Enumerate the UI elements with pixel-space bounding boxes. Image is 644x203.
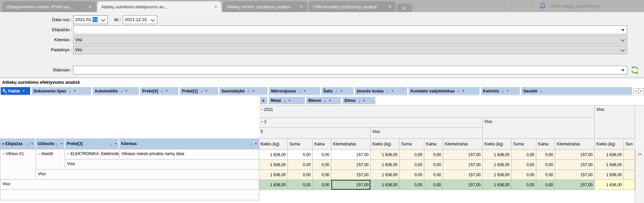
pivot-cell[interactable] [624, 180, 635, 190]
field-chip-kontakto-vadybininkas[interactable]: Kontakto vadybininkas↓▼ [409, 87, 480, 95]
tab-crm-kontaktu[interactable]: CRM kontaktų (užduočių) analizė ✕ [309, 1, 396, 12]
pivot-cell[interactable]: 0,00 [288, 150, 313, 160]
pivot-cell[interactable]: 0,00 [512, 170, 536, 180]
pivot-cell[interactable]: 1 636,00 [483, 170, 512, 180]
pivot-cell[interactable]: 0,00 [424, 180, 443, 190]
prev-tab-icon[interactable]: ‹ [513, 0, 523, 12]
field-chip-metai[interactable]: Metai↓▼ [269, 97, 305, 104]
field-chip-automobilis[interactable]: Automobilis↓▼ [93, 87, 139, 95]
field-chip-ekipazas[interactable]: » Ekipažas↓▼ [0, 138, 36, 149]
field-chip-klientas[interactable]: Klientas↓▼ [119, 138, 259, 149]
pivot-cell[interactable]: 1 636,00 [371, 180, 399, 190]
scroll-up-icon[interactable] [638, 153, 642, 157]
pivot-cell[interactable] [624, 170, 635, 180]
scroll-right-button[interactable]: ▸ [639, 88, 644, 94]
field-chip-diena[interactable]: Diena↓▼ [342, 97, 375, 104]
field-chip-ketvirtis[interactable]: Ketvirtis↓▼ [481, 87, 520, 95]
statusas-combo[interactable] [73, 66, 627, 74]
tab-atlieku-vezimo[interactable]: Atliekų vežimo užsakymų analizė ✕ [223, 1, 307, 12]
new-tab-button[interactable]: + [397, 3, 412, 12]
pivot-cell[interactable]: 0,00 [536, 160, 555, 170]
pivot-cell[interactable] [624, 150, 635, 160]
field-chip-savaite[interactable]: Savaitė↓ [521, 87, 632, 95]
date-to-input[interactable]: 2021-12-31 [123, 15, 157, 24]
pivot-cell[interactable]: 0,00 [313, 150, 331, 160]
pivot-cell[interactable]: 0,00 [536, 150, 555, 160]
pivot-cell[interactable]: 1 636,00 [595, 150, 624, 160]
pivot-cell[interactable]: 1 636,00 [483, 160, 512, 170]
field-chip-salis[interactable]: Šalis↓▼ [321, 87, 354, 95]
scroll-left-button[interactable]: ◂ [633, 88, 638, 94]
pivot-col-header-year[interactable]: − 2021 [259, 106, 595, 118]
pivot-cell[interactable]: 0,00 [313, 170, 331, 180]
close-icon[interactable]: ✕ [300, 4, 303, 9]
pivot-cell[interactable]: 0,00 [424, 150, 443, 160]
pivot-cell[interactable]: 0,00 [313, 160, 331, 170]
pivot-cell[interactable]: 0,00 [288, 180, 313, 190]
pivot-row-header-preke[interactable]: − ELEKTRONIKA: Elektronika [65, 149, 119, 159]
pivot-col-header-month[interactable]: − 2 [259, 118, 483, 128]
pivot-cell[interactable]: 1 636,00 [371, 150, 399, 160]
pivot-cell[interactable]: 157,00 [331, 160, 371, 170]
pivot-cell[interactable]: 1 636,00 [595, 170, 624, 180]
klientas-combo[interactable]: Visi [73, 36, 627, 44]
close-icon[interactable]: ✕ [214, 4, 217, 9]
close-icon[interactable]: ✕ [388, 4, 392, 9]
field-chip-imones-kodas[interactable]: Įmonės kodas↓▼ [355, 87, 407, 95]
field-chip-savivaldybe[interactable]: Savivaldybė↓▼ [219, 87, 268, 95]
bell-icon[interactable] [539, 2, 547, 10]
pivot-cell[interactable]: 157,00 [555, 180, 595, 190]
collapse-all-icon[interactable]: » [260, 97, 267, 104]
facts-field-chip[interactable]: 90 Faktai ▼ [1, 87, 30, 95]
refresh-button[interactable] [630, 65, 640, 75]
pivot-cell[interactable]: 157,00 [331, 150, 371, 160]
pivot-cell[interactable]: 0,00 [424, 160, 443, 170]
pivot-cell[interactable]: 1 636,00 [595, 160, 624, 170]
pivot-cell[interactable]: 157,00 [443, 180, 483, 190]
ekipazas-combo[interactable] [73, 25, 627, 34]
field-chip-preke1[interactable]: Prekė[1]↓▼ [180, 87, 218, 95]
pivot-cell[interactable]: 0,00 [536, 180, 555, 190]
pivot-cell[interactable]: 0,00 [512, 160, 536, 170]
pivot-cell[interactable]: 157,00 [555, 170, 595, 180]
pivot-cell[interactable]: 1 636,00 [259, 150, 288, 160]
pivot-cell[interactable]: 157,00 [443, 170, 483, 180]
pivot-cell[interactable]: 1 636,00 [259, 170, 288, 180]
pivot-cell[interactable]: 0,00 [424, 170, 443, 180]
pivot-row-header-uzduotis[interactable]: − Atvežti [36, 149, 65, 170]
pivot-cell[interactable]: 0,00 [399, 180, 424, 190]
pivot-cell[interactable]: 0,00 [288, 170, 313, 180]
field-chip-menuo[interactable]: Mėnuo↓▼ [306, 97, 341, 104]
pivot-cell[interactable]: 0,00 [536, 170, 555, 180]
pivot-cell[interactable]: 1 636,00 [371, 160, 399, 170]
field-chip-preke3[interactable]: Prekė[3]↓▼ [65, 138, 119, 149]
pivot-cell[interactable]: 0,00 [399, 150, 424, 160]
pivot-cell[interactable]: 1 636,00 [259, 180, 288, 190]
pivot-cell[interactable]: 0,00 [512, 180, 536, 190]
pivot-cell[interactable]: 0,00 [512, 150, 536, 160]
field-chip-preke0[interactable]: Prekė[0]↓▼ [140, 87, 178, 95]
vertical-scrollbar[interactable] [635, 149, 644, 203]
pivot-cell[interactable]: 1 636,00 [483, 150, 512, 160]
pivot-cell[interactable]: 0,00 [399, 170, 424, 180]
pivot-cell[interactable]: 157,00 [443, 150, 483, 160]
pivot-cell[interactable]: 0,00 [399, 160, 424, 170]
pivot-cell[interactable]: 1 636,00 [595, 180, 624, 190]
pivot-cell[interactable]: 1 636,00 [483, 180, 512, 190]
pivot-cell[interactable]: 157,00 [331, 170, 371, 180]
pivot-cell[interactable]: 1 636,00 [259, 160, 288, 170]
pivot-cell[interactable]: 0,00 [288, 160, 313, 170]
next-tab-icon[interactable]: › [523, 0, 533, 12]
pivot-row-header-ekipazas[interactable]: − Vilnius-V1 [0, 149, 36, 180]
tab-uzpajamavimo-orderis[interactable]: Užpajamavimo orderis (PVM sąs... ✕ [2, 1, 96, 12]
padalinys-combo[interactable]: Visi [73, 46, 627, 54]
pivot-cell[interactable]: 0,00 [313, 180, 331, 190]
close-icon[interactable]: ✕ [89, 4, 92, 9]
pivot-cell[interactable]: 157,00 [555, 160, 595, 170]
tab-atlieku-surinkimo[interactable]: Atliekų surinkimo efektyvumo an... ✕ [97, 1, 221, 12]
pivot-cell[interactable]: 157,00 [443, 160, 483, 170]
field-chip-uzduotis[interactable]: Užduotis↓▼ [36, 138, 65, 149]
pivot-cell-selected[interactable]: 157,00 [331, 180, 371, 190]
field-chip-dokumento-tipas[interactable]: Dokumento tipas↓▼ [32, 87, 91, 95]
field-chip-mikrorajonas[interactable]: Mikrorajonas↓▼ [269, 87, 320, 95]
